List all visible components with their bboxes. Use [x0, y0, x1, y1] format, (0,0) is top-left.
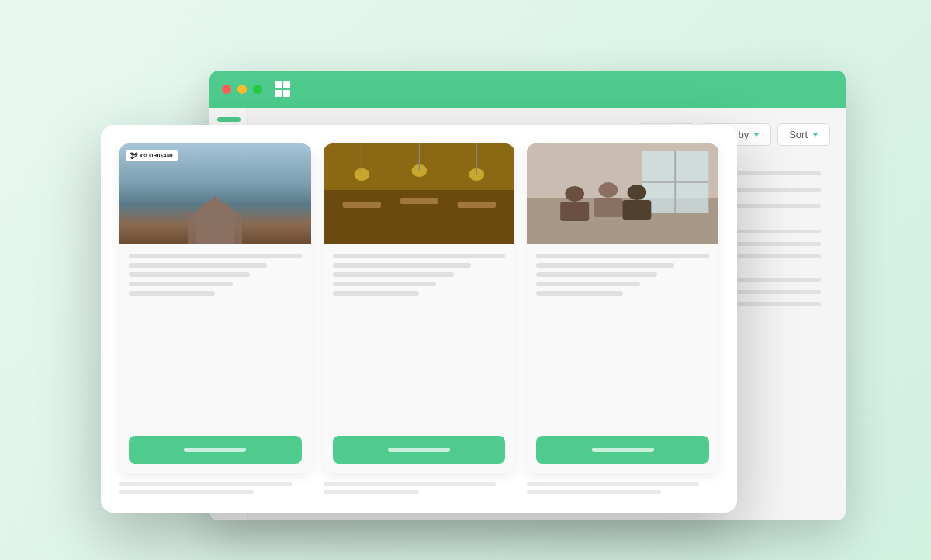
svg-rect-34	[623, 200, 652, 220]
browser-titlebar	[209, 71, 846, 108]
svg-rect-10	[199, 217, 211, 244]
card-body-1	[119, 244, 311, 430]
filter-chevron-icon	[753, 133, 760, 137]
app-container: GDS Map Filter by So	[78, 24, 853, 536]
svg-rect-32	[594, 198, 623, 217]
sort-button[interactable]: Sort	[777, 123, 830, 146]
svg-rect-8	[188, 213, 242, 244]
svg-rect-11	[219, 217, 230, 244]
card-button-2[interactable]	[333, 436, 506, 464]
svg-point-33	[628, 185, 647, 200]
grid-icon[interactable]	[275, 81, 290, 97]
svg-rect-17	[457, 202, 495, 208]
cards-bottom	[119, 473, 718, 494]
traffic-light-yellow[interactable]	[237, 85, 247, 94]
hotel-card-visual-3[interactable]: 🕊 ksf ORIGAMI	[527, 143, 718, 473]
cards-window: 🕊 ksf ORIGAMI	[101, 125, 737, 513]
card-button-3[interactable]	[536, 436, 709, 464]
svg-rect-30	[561, 202, 590, 221]
svg-rect-9	[203, 202, 227, 213]
bottom-col-3	[527, 482, 718, 494]
hotel-card-visual-1[interactable]: 🕊 ksf ORIGAMI	[119, 143, 311, 473]
card-image-1: 🕊 ksf ORIGAMI	[119, 143, 311, 244]
svg-rect-16	[400, 198, 438, 204]
sort-chevron-icon	[812, 133, 819, 137]
svg-rect-12	[211, 220, 219, 235]
card-image-2: 🕊 ksf ORIGAMI	[324, 143, 515, 244]
card-body-2	[324, 244, 515, 430]
card-button-1[interactable]	[129, 436, 302, 464]
cards-row: 🕊 ksf ORIGAMI	[119, 143, 718, 473]
sidebar-item-active[interactable]	[217, 117, 241, 122]
traffic-light-green[interactable]	[253, 85, 262, 94]
card-logo-1: 🕊 ksf ORIGAMI	[126, 150, 178, 161]
svg-point-31	[599, 182, 618, 198]
svg-rect-15	[342, 202, 380, 208]
bottom-col-2	[324, 482, 515, 494]
sort-label: Sort	[789, 129, 808, 140]
card-body-3	[527, 244, 718, 430]
card-image-3: 🕊 ksf ORIGAMI	[527, 143, 718, 244]
bottom-col-1	[119, 482, 311, 494]
hotel-card-visual-2[interactable]: 🕊 ksf ORIGAMI	[324, 143, 515, 473]
traffic-light-red[interactable]	[222, 85, 231, 94]
svg-point-29	[566, 186, 585, 202]
